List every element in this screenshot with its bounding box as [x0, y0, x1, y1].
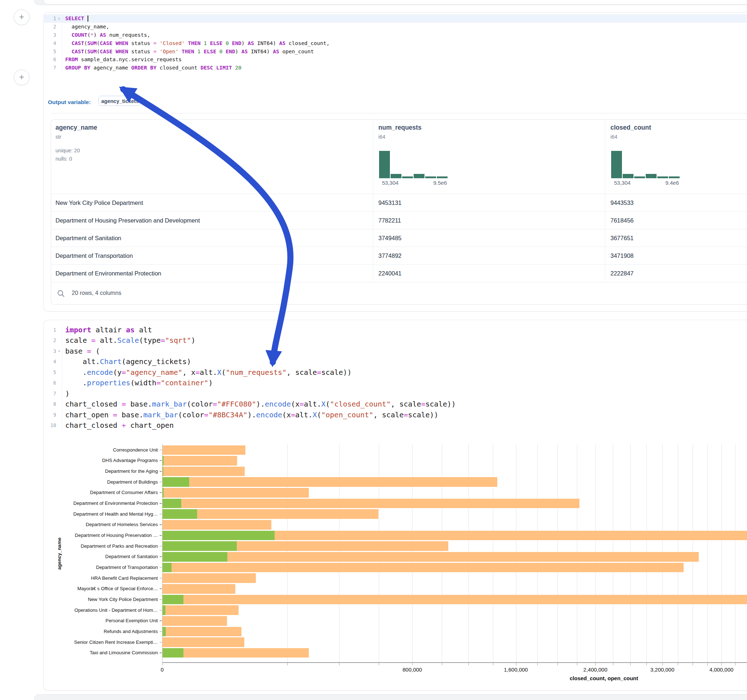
code-token: SELECT	[65, 15, 84, 21]
chart-x-tick	[693, 663, 693, 665]
gutter-separator	[62, 56, 62, 64]
chart-x-tick	[339, 663, 339, 665]
column-header-agency-name[interactable]: agency_name	[56, 124, 97, 131]
output-variable-input[interactable]: agency_tickets	[98, 96, 140, 106]
chart-category-label: Department of Environmental Protection	[44, 501, 158, 506]
code-text: FROM sample_data.nyc.service_requests	[65, 57, 181, 62]
code-token: AS	[279, 40, 286, 46]
chart-x-tick	[379, 663, 379, 665]
closed-count-histogram: 53,304 9.4e6	[611, 150, 680, 184]
add-cell-button-top[interactable]: +	[14, 9, 30, 25]
chart-bar-open	[163, 456, 163, 466]
chart-category-label: Department of Health and Mental Hyg…	[44, 511, 158, 517]
chart-x-tick	[558, 663, 558, 665]
code-line: 4 CAST(SUM(CASE WHEN status = 'Closed' T…	[44, 39, 747, 47]
code-token: =	[153, 48, 156, 54]
chart-category-label: Department of Parks and Recreation	[44, 543, 158, 549]
code-token: INT64)	[248, 48, 273, 54]
chart-x-tick	[469, 663, 469, 665]
code-line: 7GROUP BY agency_name ORDER BY closed_co…	[44, 64, 747, 72]
chart-x-tick-label: 4,000,000	[709, 667, 734, 673]
table-cell: Department of Environmental Protection	[56, 265, 161, 282]
table-cell: 3677651	[611, 229, 634, 247]
chart-bar-closed	[163, 467, 245, 477]
code-line: 5 CAST(SUM(CASE WHEN status = 'Open' THE…	[44, 47, 747, 56]
column-header-num-requests[interactable]: num_requests	[378, 124, 422, 131]
table-row[interactable]: Department of Environmental Protection22…	[51, 264, 747, 282]
histogram-bar	[379, 151, 390, 178]
table-cell: 9453131	[378, 194, 401, 212]
code-line: 1∨SELECT	[44, 14, 747, 23]
code-text: agency_name,	[65, 24, 109, 30]
previous-cell-card-corner	[43, 0, 747, 5]
table-cell: Department of Sanitation	[56, 229, 121, 247]
chart-bar-closed	[163, 563, 683, 573]
histogram-bar	[402, 177, 413, 178]
code-token: DESC	[200, 65, 213, 71]
chart-bar-closed	[163, 552, 699, 562]
chart-y-tick	[160, 524, 162, 525]
code-token: CASE	[100, 40, 112, 46]
chart-category-label: Department of Sanitation	[44, 554, 158, 559]
chart-x-tick	[595, 663, 596, 665]
code-token: SUM	[87, 40, 97, 46]
chart-category-label: Personal Exemption Unit	[44, 618, 158, 623]
chart-category-label: HRA Benefit Card Replacement	[44, 575, 158, 581]
code-token	[112, 40, 116, 46]
code-token: THEN	[181, 48, 194, 54]
chart-bar-closed	[163, 520, 271, 530]
line-number: 7	[44, 65, 56, 71]
search-icon[interactable]	[57, 290, 65, 297]
chart-bar-open	[163, 467, 163, 477]
chart-bar-open	[163, 648, 183, 658]
fold-chevron-icon[interactable]: ∨	[56, 17, 62, 21]
code-token: 0	[219, 48, 223, 54]
sql-cell-card: 1∨SELECT 2 agency_name,3 COUNT(*) AS num…	[43, 12, 747, 311]
row-count-summary: 20 rows, 4 columns	[72, 290, 121, 296]
table-row[interactable]: Department of Sanitation37494853677651	[51, 229, 747, 247]
code-token: FROM	[65, 57, 78, 62]
histogram-bar	[414, 174, 425, 178]
chart-y-tick	[160, 546, 162, 547]
chart-bar-closed	[163, 456, 237, 466]
chart-y-tick	[160, 631, 162, 632]
code-token: open_count	[279, 48, 314, 54]
gutter-separator	[62, 31, 62, 39]
code-token: AS	[100, 32, 106, 38]
column-stat-unique: unique: 20	[56, 148, 80, 153]
code-token: agency_name	[91, 65, 132, 71]
code-token: status	[128, 48, 154, 54]
table-cell: Department of Housing Preservation and D…	[56, 212, 200, 229]
table-cell: 7782211	[378, 212, 401, 229]
code-token: ELSE	[204, 48, 216, 54]
chart-x-tick-label: 800,000	[402, 667, 422, 673]
chart-x-tick	[412, 663, 413, 665]
code-token	[178, 48, 181, 54]
code-token: CASE	[100, 48, 112, 54]
histogram-bar	[437, 177, 448, 178]
chart-x-tick	[721, 663, 722, 665]
code-text: CAST(SUM(CASE WHEN status = 'Closed' THE…	[65, 40, 330, 46]
code-token: WHEN	[116, 48, 128, 54]
table-row[interactable]: Department of Housing Preservation and D…	[51, 211, 747, 229]
chart-bar-closed	[163, 627, 242, 637]
column-header-closed-count[interactable]: closed_count	[611, 124, 651, 131]
chart-bar-open	[163, 499, 181, 508]
chart-y-tick	[160, 460, 162, 461]
python-cell-card: 1import altair as alt2scale = alt.Scale(…	[43, 320, 747, 691]
chart-bar-open	[163, 552, 227, 562]
histogram-bar	[669, 177, 680, 178]
chart-bar-open	[163, 531, 275, 540]
table-row[interactable]: Department of Transportation377489234719…	[51, 247, 747, 265]
code-token: ELSE	[210, 40, 223, 46]
chart-y-tick	[160, 535, 162, 536]
chart-bar-open	[163, 563, 171, 573]
chart-bar-closed	[163, 648, 309, 658]
sql-code-editor[interactable]: 1∨SELECT 2 agency_name,3 COUNT(*) AS num…	[44, 14, 747, 72]
code-token: AS	[248, 40, 254, 46]
add-cell-button-middle[interactable]: +	[14, 69, 30, 85]
line-number: 4	[44, 40, 56, 46]
chart-category-label: Mayorâ€ s Office of Special Enforce…	[44, 586, 158, 591]
chart-x-tick	[613, 663, 613, 665]
table-row[interactable]: New York City Police Department945313194…	[51, 194, 747, 212]
